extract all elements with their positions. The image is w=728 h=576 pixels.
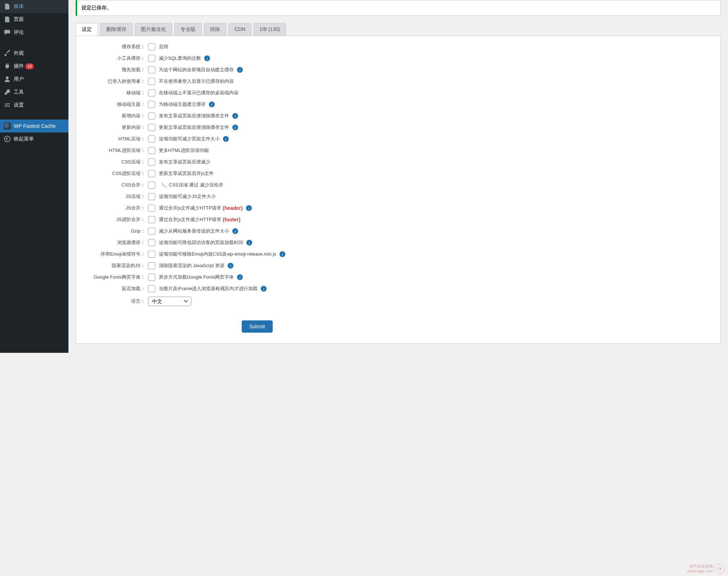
- sidebar-item-7[interactable]: 设置: [0, 99, 68, 112]
- page-icon: [4, 16, 11, 23]
- tab-2[interactable]: 图片最佳化: [135, 23, 172, 36]
- info-icon[interactable]: i: [223, 136, 229, 142]
- setting-row-14: JS合并：通过合并js文件减少HTTP请求(header)i: [83, 204, 713, 212]
- merge-icon: [161, 182, 168, 188]
- info-icon[interactable]: i: [232, 113, 238, 119]
- row-desc: 这项功能可减少页面文件大小: [159, 136, 220, 142]
- setting-row-3: 已登入的使用者：不在使用者登入后显示已缓存的内容: [83, 78, 713, 85]
- notice-saved: 设定已保存。: [76, 0, 721, 16]
- setting-row-10: CSS压缩：发布文章或页面后便减少: [83, 158, 713, 166]
- sidebar-item-9[interactable]: 收起菜单: [0, 132, 68, 145]
- info-icon[interactable]: i: [246, 205, 252, 211]
- checkbox-10[interactable]: [148, 158, 155, 166]
- setting-row-4: 移动端：在移动端上不显示已缓存的桌面端内容: [83, 89, 713, 96]
- language-select[interactable]: 中文: [148, 297, 191, 306]
- info-icon[interactable]: i: [246, 239, 253, 246]
- sidebar-item-6[interactable]: 工具: [0, 86, 68, 99]
- sidebar-item-label: 评论: [14, 29, 24, 36]
- sidebar-item-0[interactable]: 媒体: [0, 0, 68, 13]
- checkbox-20[interactable]: [148, 274, 155, 281]
- setting-row-0: 缓存系统：启用: [83, 43, 713, 50]
- setting-row-1: 小工具缓存：减少SQL查询的次数i: [83, 55, 713, 62]
- info-icon[interactable]: i: [232, 228, 238, 234]
- sidebar-item-4[interactable]: 插件18: [0, 60, 68, 73]
- checkbox-8[interactable]: [148, 135, 155, 143]
- checkbox-19[interactable]: [148, 262, 155, 269]
- row-label: 延迟加载：: [83, 285, 148, 292]
- checkbox-17[interactable]: [148, 239, 155, 246]
- checkbox-4[interactable]: [148, 89, 155, 96]
- checkbox-2[interactable]: [148, 66, 155, 73]
- row-label: 已登入的使用者：: [83, 78, 148, 85]
- submit-button[interactable]: Submit: [242, 320, 273, 333]
- row-desc: 发布文章或页面后便清除缓存文件: [159, 113, 229, 119]
- setting-row-18: 停用Emoji表情符号：这项功能可移除Emoji内嵌CSS及wp-emoji-r…: [83, 251, 713, 258]
- info-icon[interactable]: i: [204, 55, 210, 62]
- tab-4[interactable]: 排除: [204, 23, 226, 36]
- tab-5[interactable]: CDN: [228, 23, 251, 36]
- row-label: HTML压缩：: [83, 136, 148, 142]
- setting-row-5: 移动端主题：为移动端主题建立缓存i: [83, 101, 713, 108]
- info-icon[interactable]: i: [279, 251, 286, 257]
- row-label: 小工具缓存：: [83, 55, 148, 62]
- row-desc: 不在使用者登入后显示已缓存的内容: [159, 78, 234, 85]
- checkbox-14[interactable]: [148, 204, 155, 212]
- setting-row-16: Gzip：减少从网站服务器传送的文件大小i: [83, 228, 713, 235]
- row-label: HTML进阶压缩：: [83, 147, 148, 154]
- sidebar-item-1[interactable]: 页面: [0, 13, 68, 26]
- checkbox-0[interactable]: [148, 43, 155, 50]
- checkbox-1[interactable]: [148, 55, 155, 62]
- row-highlight: (footer): [223, 217, 240, 222]
- sidebar-item-2[interactable]: 评论: [0, 26, 68, 39]
- setting-row-2: 预先加载：为这个网站的全部项目自动建立缓存i: [83, 66, 713, 73]
- admin-sidebar: 媒体页面评论外观插件18用户工具设置WP Fastest Cache收起菜单: [0, 0, 68, 353]
- checkbox-16[interactable]: [148, 228, 155, 235]
- checkbox-3[interactable]: [148, 78, 155, 85]
- row-desc: 更新文章或页面后并js文件: [159, 170, 214, 177]
- info-icon[interactable]: i: [237, 67, 243, 73]
- svg-text:i: i: [211, 102, 213, 107]
- sidebar-item-label: 用户: [14, 76, 24, 82]
- info-icon[interactable]: i: [209, 101, 215, 108]
- row-label: 停用Emoji表情符号：: [83, 251, 148, 257]
- info-icon[interactable]: i: [227, 262, 234, 269]
- svg-text:i: i: [225, 137, 227, 141]
- svg-point-0: [4, 136, 10, 142]
- sidebar-item-label: 收起菜单: [14, 136, 34, 142]
- checkbox-9[interactable]: [148, 147, 155, 154]
- checkbox-21[interactable]: [148, 285, 155, 292]
- row-label: 预先加载：: [83, 67, 148, 73]
- row-desc: 这项功能可降低回访访客的页面加载时间: [159, 239, 243, 246]
- row-label: JS进阶合并：: [83, 216, 148, 223]
- info-icon[interactable]: i: [237, 274, 243, 280]
- setting-row-12: CSS合并：CSS压缩 通过 减少压给并: [83, 181, 713, 189]
- checkbox-5[interactable]: [148, 101, 155, 108]
- tab-6[interactable]: DB (130): [254, 23, 286, 36]
- checkbox-13[interactable]: [148, 193, 155, 200]
- tab-3[interactable]: 专业版: [174, 23, 202, 36]
- info-icon[interactable]: i: [260, 285, 267, 292]
- row-desc: CSS压缩 通过 减少压给并: [169, 182, 223, 188]
- row-label: JS压缩：: [83, 193, 148, 200]
- row-highlight: (header): [223, 205, 242, 211]
- row-desc: 减少从网站服务器传送的文件大小: [159, 228, 229, 234]
- svg-text:i: i: [249, 240, 250, 245]
- language-label: 语言：: [83, 298, 148, 305]
- sidebar-item-8[interactable]: WP Fastest Cache: [0, 120, 68, 132]
- info-icon[interactable]: i: [232, 124, 238, 131]
- row-label: 阻塞渲染的JS：: [83, 262, 148, 269]
- sidebar-item-5[interactable]: 用户: [0, 73, 68, 86]
- sidebar-item-3[interactable]: 外观: [0, 47, 68, 60]
- checkbox-12[interactable]: [148, 181, 155, 189]
- checkbox-15[interactable]: [148, 216, 155, 223]
- sidebar-item-label: 媒体: [14, 3, 24, 10]
- setting-row-20: Google Fonts网页字体：异步方式加载Google Fonts网页字体i: [83, 274, 713, 281]
- checkbox-11[interactable]: [148, 170, 155, 177]
- checkbox-7[interactable]: [148, 124, 155, 131]
- checkbox-6[interactable]: [148, 112, 155, 120]
- checkbox-18[interactable]: [148, 251, 155, 258]
- tab-1[interactable]: 删除缓存: [100, 23, 133, 36]
- row-label: JS合并：: [83, 205, 148, 211]
- sidebar-item-label: 页面: [14, 16, 24, 23]
- tab-0[interactable]: 设定: [76, 23, 98, 36]
